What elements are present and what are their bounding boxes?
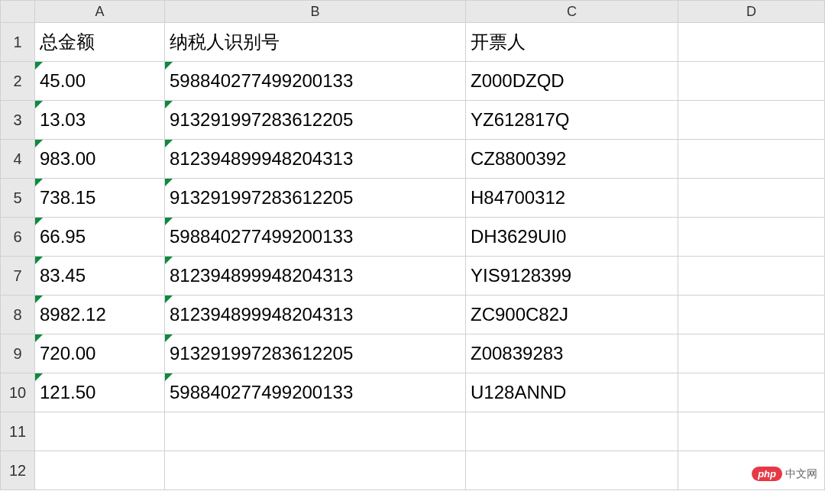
row-header-5[interactable]: 5 bbox=[0, 179, 35, 218]
cell-D2[interactable] bbox=[678, 62, 825, 101]
row-header-12[interactable]: 12 bbox=[0, 451, 35, 490]
cell-D6[interactable] bbox=[678, 218, 825, 257]
cell-C10[interactable]: U128ANND bbox=[466, 373, 678, 412]
cell-C2[interactable]: Z000DZQD bbox=[466, 62, 678, 101]
watermark-badge: php bbox=[752, 467, 782, 481]
cell-B1[interactable]: 纳税人识别号 bbox=[165, 23, 466, 62]
cell-D7[interactable] bbox=[678, 257, 825, 296]
row-header-4[interactable]: 4 bbox=[0, 140, 35, 179]
cell-A10[interactable]: 121.50 bbox=[35, 373, 165, 412]
cell-B9[interactable]: 913291997283612205 bbox=[165, 334, 466, 373]
row-header-3[interactable]: 3 bbox=[0, 101, 35, 140]
table-row: 10 121.50 598840277499200133 U128ANND bbox=[0, 373, 825, 412]
cell-A12[interactable] bbox=[35, 451, 165, 490]
cell-D8[interactable] bbox=[678, 296, 825, 334]
cell-B8[interactable]: 812394899948204313 bbox=[165, 296, 466, 334]
cell-C8[interactable]: ZC900C82J bbox=[466, 296, 678, 334]
cell-B11[interactable] bbox=[165, 412, 466, 451]
table-row: 3 13.03 913291997283612205 YZ612817Q bbox=[0, 101, 825, 140]
cell-D9[interactable] bbox=[678, 334, 825, 373]
cell-A4[interactable]: 983.00 bbox=[35, 140, 165, 179]
cell-C6[interactable]: DH3629UI0 bbox=[466, 218, 678, 257]
cell-A9[interactable]: 720.00 bbox=[35, 334, 165, 373]
table-row: 6 66.95 598840277499200133 DH3629UI0 bbox=[0, 218, 825, 257]
watermark-text: 中文网 bbox=[785, 467, 817, 481]
cell-C11[interactable] bbox=[466, 412, 678, 451]
column-header-row: A B C D bbox=[0, 0, 825, 23]
cell-D3[interactable] bbox=[678, 101, 825, 140]
column-header-C[interactable]: C bbox=[466, 0, 678, 23]
table-row: 7 83.45 812394899948204313 YIS9128399 bbox=[0, 257, 825, 296]
cell-B7[interactable]: 812394899948204313 bbox=[165, 257, 466, 296]
cell-C4[interactable]: CZ8800392 bbox=[466, 140, 678, 179]
cell-A11[interactable] bbox=[35, 412, 165, 451]
table-row: 11 bbox=[0, 412, 825, 451]
cell-B12[interactable] bbox=[165, 451, 466, 490]
cell-C12[interactable] bbox=[466, 451, 678, 490]
row-header-9[interactable]: 9 bbox=[0, 334, 35, 373]
cell-A8[interactable]: 8982.12 bbox=[35, 296, 165, 334]
column-header-A[interactable]: A bbox=[35, 0, 165, 23]
column-header-D[interactable]: D bbox=[678, 0, 825, 23]
select-all-corner[interactable] bbox=[0, 0, 35, 23]
table-row: 5 738.15 913291997283612205 H84700312 bbox=[0, 179, 825, 218]
cell-D1[interactable] bbox=[678, 23, 825, 62]
cell-A6[interactable]: 66.95 bbox=[35, 218, 165, 257]
row-header-10[interactable]: 10 bbox=[0, 373, 35, 412]
cell-D4[interactable] bbox=[678, 140, 825, 179]
cell-A2[interactable]: 45.00 bbox=[35, 62, 165, 101]
cell-D11[interactable] bbox=[678, 412, 825, 451]
spreadsheet[interactable]: A B C D 1 总金额 纳税人识别号 开票人 2 45.00 5988402… bbox=[0, 0, 825, 504]
cell-B3[interactable]: 913291997283612205 bbox=[165, 101, 466, 140]
row-header-7[interactable]: 7 bbox=[0, 257, 35, 296]
row-header-8[interactable]: 8 bbox=[0, 296, 35, 334]
table-row: 2 45.00 598840277499200133 Z000DZQD bbox=[0, 62, 825, 101]
cell-C5[interactable]: H84700312 bbox=[466, 179, 678, 218]
column-header-B[interactable]: B bbox=[165, 0, 466, 23]
row-header-6[interactable]: 6 bbox=[0, 218, 35, 257]
row-header-2[interactable]: 2 bbox=[0, 62, 35, 101]
row-header-1[interactable]: 1 bbox=[0, 23, 35, 62]
cell-B6[interactable]: 598840277499200133 bbox=[165, 218, 466, 257]
table-row: 1 总金额 纳税人识别号 开票人 bbox=[0, 23, 825, 62]
cell-C7[interactable]: YIS9128399 bbox=[466, 257, 678, 296]
cell-B10[interactable]: 598840277499200133 bbox=[165, 373, 466, 412]
cell-B4[interactable]: 812394899948204313 bbox=[165, 140, 466, 179]
cell-A3[interactable]: 13.03 bbox=[35, 101, 165, 140]
cell-C9[interactable]: Z00839283 bbox=[466, 334, 678, 373]
table-row: 9 720.00 913291997283612205 Z00839283 bbox=[0, 334, 825, 373]
cell-D10[interactable] bbox=[678, 373, 825, 412]
cell-C3[interactable]: YZ612817Q bbox=[466, 101, 678, 140]
cell-A7[interactable]: 83.45 bbox=[35, 257, 165, 296]
cell-C1[interactable]: 开票人 bbox=[466, 23, 678, 62]
row-header-11[interactable]: 11 bbox=[0, 412, 35, 451]
table-row: 8 8982.12 812394899948204313 ZC900C82J bbox=[0, 296, 825, 334]
cell-B2[interactable]: 598840277499200133 bbox=[165, 62, 466, 101]
cell-A5[interactable]: 738.15 bbox=[35, 179, 165, 218]
cell-A1[interactable]: 总金额 bbox=[35, 23, 165, 62]
table-row: 12 bbox=[0, 451, 825, 490]
watermark: php 中文网 bbox=[752, 467, 817, 481]
cell-D5[interactable] bbox=[678, 179, 825, 218]
table-row: 4 983.00 812394899948204313 CZ8800392 bbox=[0, 140, 825, 179]
cell-B5[interactable]: 913291997283612205 bbox=[165, 179, 466, 218]
